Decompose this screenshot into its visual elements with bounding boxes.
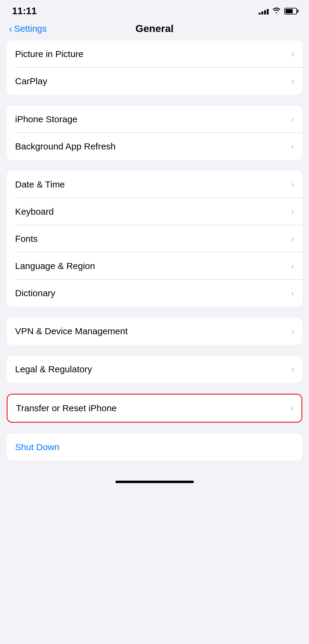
list-item-keyboard[interactable]: Keyboard › — [7, 198, 302, 225]
chevron-right-icon: › — [291, 364, 294, 374]
chevron-right-icon: › — [291, 288, 294, 298]
list-item-iphone-storage[interactable]: iPhone Storage › — [7, 106, 302, 133]
chevron-right-icon: › — [291, 261, 294, 271]
list-item-label: CarPlay — [15, 76, 47, 86]
list-item-language-region[interactable]: Language & Region › — [7, 252, 302, 280]
list-item-label: Picture in Picture — [15, 49, 84, 59]
list-item-label: VPN & Device Management — [15, 326, 128, 336]
chevron-right-icon: › — [290, 403, 293, 413]
locale-section: Date & Time › Keyboard › Fonts › Languag… — [7, 171, 302, 307]
storage-section: iPhone Storage › Background App Refresh … — [7, 106, 302, 160]
list-item-background-app-refresh[interactable]: Background App Refresh › — [7, 133, 302, 160]
vpn-section: VPN & Device Management › — [7, 318, 302, 345]
status-icons — [259, 7, 297, 15]
battery-icon — [284, 8, 297, 14]
shutdown-button[interactable]: Shut Down — [7, 434, 302, 461]
shutdown-label: Shut Down — [15, 442, 59, 452]
back-button[interactable]: ‹ Settings — [9, 24, 47, 34]
chevron-right-icon: › — [291, 234, 294, 244]
list-item-label: Background App Refresh — [15, 141, 116, 152]
status-bar: 11:11 — [0, 0, 309, 20]
signal-icon — [259, 8, 269, 14]
list-item-legal-regulatory[interactable]: Legal & Regulatory › — [7, 356, 302, 383]
shutdown-section: Shut Down — [7, 434, 302, 461]
list-item-fonts[interactable]: Fonts › — [7, 225, 302, 252]
list-item-vpn-device-management[interactable]: VPN & Device Management › — [7, 318, 302, 345]
list-item-label: iPhone Storage — [15, 114, 77, 124]
list-item-label: Legal & Regulatory — [15, 364, 92, 374]
wifi-icon — [272, 7, 281, 15]
list-item-label: Date & Time — [15, 179, 65, 190]
legal-section: Legal & Regulatory › — [7, 356, 302, 383]
media-section: Picture in Picture › CarPlay › — [7, 40, 302, 95]
settings-list: Picture in Picture › CarPlay › iPhone St… — [0, 40, 309, 461]
home-indicator — [0, 472, 309, 489]
list-item-carplay[interactable]: CarPlay › — [7, 68, 302, 95]
list-item-label: Fonts — [15, 234, 38, 244]
page-title: General — [135, 23, 174, 34]
list-item-label: Transfer or Reset iPhone — [16, 403, 117, 413]
chevron-right-icon: › — [291, 180, 294, 189]
back-label: Settings — [14, 24, 47, 34]
chevron-right-icon: › — [291, 49, 294, 59]
chevron-right-icon: › — [291, 142, 294, 151]
back-chevron-icon: ‹ — [9, 24, 12, 34]
list-item-date-time[interactable]: Date & Time › — [7, 171, 302, 198]
nav-bar: ‹ Settings General — [0, 20, 309, 40]
list-item-transfer-reset-iphone[interactable]: Transfer or Reset iPhone › — [8, 395, 301, 422]
chevron-right-icon: › — [291, 114, 294, 124]
list-item-label: Language & Region — [15, 261, 95, 271]
chevron-right-icon: › — [291, 326, 294, 336]
list-item-picture-in-picture[interactable]: Picture in Picture › — [7, 40, 302, 68]
list-item-dictionary[interactable]: Dictionary › — [7, 280, 302, 307]
chevron-right-icon: › — [291, 76, 294, 86]
transfer-reset-section: Transfer or Reset iPhone › — [7, 394, 302, 423]
list-item-label: Keyboard — [15, 207, 54, 217]
status-time: 11:11 — [12, 5, 37, 17]
list-item-label: Dictionary — [15, 288, 55, 298]
chevron-right-icon: › — [291, 207, 294, 216]
home-bar — [115, 481, 194, 483]
